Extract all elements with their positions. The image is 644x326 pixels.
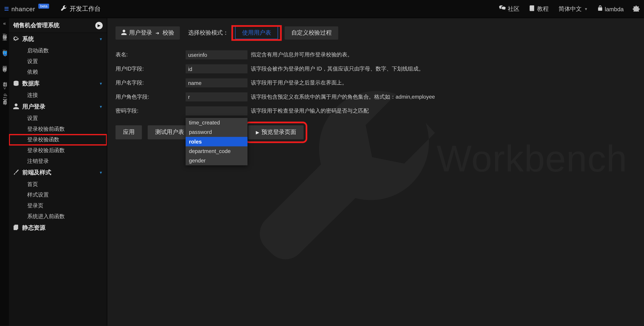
field-hint: 该字段用于检查登录用户输入的密码是否与之匹配 (251, 107, 369, 115)
sidebar-item[interactable]: 登录页 (9, 200, 107, 211)
settings-icon[interactable] (633, 4, 640, 13)
beta-badge: beta (38, 3, 49, 8)
user-menu[interactable]: lambda (598, 5, 624, 12)
sidebar-item[interactable]: 首页 (9, 179, 107, 190)
dropdown-item[interactable]: gender (186, 156, 248, 165)
users-icon: 👥 (2, 50, 6, 56)
field-hint: 该字段用于用户登录之后显示在界面上。 (251, 79, 347, 86)
tab-use-user-table[interactable]: 使用用户表 (235, 26, 278, 39)
workbench-title[interactable]: 开发工作台 (70, 5, 101, 13)
project-header: 销售机会管理系统 ▶ (9, 18, 107, 33)
chat-icon (499, 5, 506, 12)
tutorial-link[interactable]: 教程 (529, 5, 549, 12)
watermark: Workbench (436, 138, 627, 180)
gears-icon (13, 36, 19, 43)
field-input-4[interactable] (186, 106, 248, 115)
dropdown-item[interactable]: time_created (186, 118, 248, 127)
caret-down-icon: ▼ (584, 7, 588, 11)
breadcrumb-part1: 用户登录 (129, 29, 152, 37)
copy-icon (13, 224, 19, 231)
field-hint: 该字段包含预定义在系统中的属于用户的角色集合。格式如：admin,employe… (251, 93, 435, 101)
autocomplete-dropdown: time_createdpasswordrolesdepartment_code… (186, 118, 248, 165)
sidebar-group-title: 用户登录 (22, 103, 46, 110)
user-icon (13, 103, 19, 110)
form-table: 表名:指定含有用户信息并可用作登录校验的表。用户ID字段:该字段会被作为登录的用… (107, 45, 644, 118)
caret-down-icon: ▼ (99, 81, 103, 86)
play-icon: ▶ (256, 130, 259, 135)
field-label: 用户名字段: (116, 79, 186, 86)
sidebar-group-1[interactable]: 数据库▼ (9, 77, 107, 90)
logo-text: nhancer (12, 5, 35, 12)
sidebar-item[interactable]: 系统进入前函数 (9, 211, 107, 222)
form-row: 用户名字段:该字段用于用户登录之后显示在界面上。 (116, 76, 644, 90)
dropdown-item[interactable]: password (186, 127, 248, 137)
svg-point-1 (14, 80, 19, 82)
field-hint: 该字段会被作为登录的用户 ID，其值应该只由字母、数字、下划线组成。 (251, 65, 424, 72)
db-icon (13, 80, 19, 87)
sidebar-group-2[interactable]: 用户登录▼ (9, 101, 107, 113)
breadcrumb: 用户登录 ➔ 校验 (116, 26, 180, 39)
sidebar-item[interactable]: 注销登录 (9, 156, 107, 167)
user-icon (121, 30, 126, 36)
field-input-1[interactable] (186, 64, 248, 73)
sidebar-item[interactable]: 样式设置 (9, 190, 107, 200)
rail-tab-pages[interactable]: 页面管理☰ (1, 31, 8, 47)
field-label: 用户ID字段: (116, 65, 186, 72)
sidebar-item[interactable]: 设置 (9, 113, 107, 124)
rail-tab-roles[interactable]: 角色管理👥 (1, 47, 8, 64)
sidebar-group-title: 数据库 (22, 80, 40, 87)
svg-rect-4 (14, 225, 18, 230)
sidebar-group-0[interactable]: 系统▼ (9, 33, 107, 45)
caret-down-icon: ▼ (99, 171, 103, 175)
field-label: 用户角色字段: (116, 93, 186, 101)
language-label: 简体中文 (558, 5, 582, 12)
caret-down-icon: ▼ (99, 105, 103, 109)
wrench-icon (61, 5, 67, 13)
sidebar-item[interactable]: 启动函数 (9, 45, 107, 56)
mode-label: 选择校验模式： (188, 29, 228, 37)
sidebar-group-title: 静态资源 (22, 224, 46, 232)
collapse-icon[interactable]: « (3, 21, 6, 26)
sidebar-item[interactable]: 设置 (9, 56, 107, 67)
tab-custom-verify[interactable]: 自定义校验过程 (284, 26, 338, 39)
sidebar-item[interactable]: 登录校验前函数 (9, 124, 107, 135)
rail-tab-global[interactable]: 全局配置⚙ (1, 64, 8, 80)
community-link[interactable]: 社区 (499, 5, 520, 12)
book-icon (529, 5, 535, 12)
sidebar-group-title: 前端及样式 (22, 169, 51, 176)
side-rail: « 页面管理☰ 角色管理👥 全局配置⚙ 自定义 Http 接口</> (0, 18, 9, 326)
sidebar-group-3[interactable]: 前端及样式▼ (9, 166, 107, 179)
brush-icon (13, 169, 19, 176)
sidebar-item[interactable]: 依赖 (9, 67, 107, 77)
field-label: 表名: (116, 51, 186, 59)
lock-icon (598, 5, 603, 12)
language-selector[interactable]: 简体中文 ▼ (558, 5, 588, 12)
apply-button[interactable]: 应用 (116, 125, 142, 139)
field-input-0[interactable] (186, 50, 248, 59)
user-label: lambda (605, 5, 624, 12)
field-input-3[interactable] (186, 92, 248, 101)
dropdown-item[interactable]: roles (186, 137, 248, 146)
sidebar-item[interactable]: 连接 (9, 90, 107, 101)
breadcrumb-part2: 校验 (162, 29, 174, 37)
field-label: 密码字段: (116, 107, 186, 115)
sliders-icon: ⚙ (2, 67, 6, 71)
project-title: 销售机会管理系统 (13, 21, 60, 29)
rail-tab-http[interactable]: 自定义 Http 接口</> (0, 79, 9, 112)
sidebar-group-4[interactable]: 静态资源 (9, 222, 107, 234)
sidebar-item[interactable]: 登录校验后函数 (9, 145, 107, 156)
sidebar: 销售机会管理系统 ▶ 系统▼启动函数设置依赖数据库▼连接用户登录▼设置登录校验前… (9, 18, 107, 326)
run-button[interactable]: ▶ (95, 21, 103, 29)
breadcrumb-row: 用户登录 ➔ 校验 选择校验模式： 使用用户表 自定义校验过程 (107, 18, 644, 45)
main-area: Workbench 用户登录 ➔ 校验 选择校验模式： 使用用户表 自定义校验过… (107, 18, 644, 326)
topbar: ≡ nhancer beta 开发工作台 社区 教程 简体中文 ▼ lambda (0, 0, 644, 18)
dropdown-item[interactable]: department_code (186, 146, 248, 156)
highlight-frame-tab: 使用用户表 (234, 28, 279, 38)
form-row: 用户角色字段:该字段包含预定义在系统中的属于用户的角色集合。格式如：admin,… (116, 90, 644, 104)
logo[interactable]: ≡ nhancer beta (4, 4, 49, 13)
sidebar-item[interactable]: 登录校验函数 (9, 134, 107, 145)
tutorial-label: 教程 (537, 5, 548, 12)
sidebar-group-title: 系统 (22, 35, 34, 43)
preview-login-page-button[interactable]: ▶ 预览登录页面 (248, 125, 304, 139)
field-input-2[interactable] (186, 78, 248, 87)
